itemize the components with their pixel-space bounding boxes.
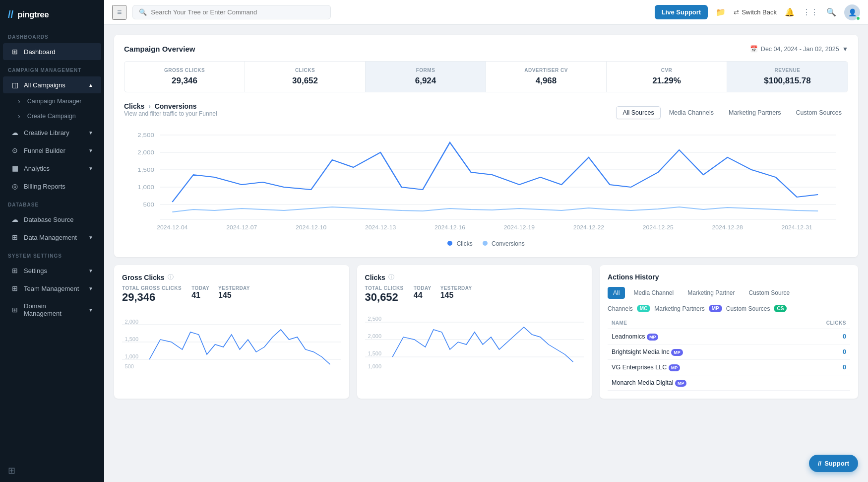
svg-text:1,000: 1,000 — [137, 184, 154, 191]
yesterday-label: YESTERDAY — [218, 285, 250, 291]
main-chart-container: 2,500 2,000 1,500 1,000 500 2024-12-04 2… — [124, 125, 848, 236]
date-range-picker[interactable]: 📅 Dec 04, 2024 - Jan 02, 2025 ▼ — [750, 45, 848, 53]
support-icon: // — [818, 460, 821, 467]
actions-table: NAME CLICKS Leadnomics MP 0 — [608, 317, 850, 391]
live-support-button[interactable]: Live Support — [655, 5, 708, 19]
sidebar-item-database-source[interactable]: ☁ Database Source — [3, 211, 101, 228]
mp-badge-small: MP — [669, 364, 681, 371]
sidebar-item-creative-library[interactable]: ☁ Creative Library ▼ — [3, 124, 101, 141]
sidebar-item-label: Creative Library — [24, 129, 69, 137]
actions-tab-marketing-partner[interactable]: Marketing Partner — [682, 287, 740, 299]
actions-tabs: All Media Channel Marketing Partner Cust… — [608, 287, 850, 299]
sidebar-item-create-campaign[interactable]: Create Campaign — [0, 109, 104, 124]
tab-all-sources[interactable]: All Sources — [616, 106, 660, 119]
channels-label: Channels — [608, 305, 633, 312]
db-source-icon: ☁ — [11, 215, 19, 223]
sidebar-item-label: Team Management — [24, 285, 79, 292]
search-icon-button[interactable]: 🔍 — [823, 4, 839, 20]
stat-gross-clicks: GROSS CLICKS 29,346 — [124, 62, 245, 92]
svg-text:2,000: 2,000 — [137, 149, 154, 156]
stat-label: REVENUE — [735, 68, 840, 73]
stat-label: CVR — [615, 68, 719, 73]
today-item: TODAY 44 — [414, 285, 432, 300]
row-clicks: 0 — [789, 360, 850, 375]
sidebar-item-label: All Campaigns — [24, 81, 65, 89]
cs-badge: CS — [774, 305, 787, 312]
sidebar-item-campaign-manager[interactable]: Campaign Manager — [0, 94, 104, 109]
today-label: TODAY — [414, 285, 432, 291]
legend-conversions: Conversions — [483, 240, 525, 247]
sidebar-item-settings[interactable]: ⊞ Settings ▼ — [3, 262, 101, 279]
legend-clicks: Clicks — [447, 240, 472, 247]
clicks-mini-title: Clicks — [365, 274, 385, 281]
sidebar: // pingtree DASHBOARDS ⊞ Dashboard CAMPA… — [0, 0, 104, 482]
sidebar-item-funnel-builder[interactable]: ⊙ Funnel Builder ▼ — [3, 142, 101, 159]
tab-custom-sources[interactable]: Custom Sources — [790, 106, 848, 119]
bell-icon-button[interactable]: 🔔 — [782, 4, 798, 20]
sidebar-item-all-campaigns[interactable]: ◫ All Campaigns ▲ — [3, 76, 101, 93]
mp-badge-small: MP — [675, 380, 687, 387]
svg-text:1,000: 1,000 — [125, 354, 139, 359]
folder-icon-button[interactable]: 📁 — [713, 4, 729, 20]
sidebar-item-billing[interactable]: ◎ Billing Reports — [3, 178, 101, 195]
mc-badge: MC — [637, 305, 651, 312]
chart-section: Clicks › Conversions View and filter tra… — [124, 102, 848, 247]
chevron-down-icon: ▼ — [88, 235, 93, 240]
sidebar-item-label: Funnel Builder — [24, 147, 65, 154]
sidebar-item-label: Database Source — [24, 216, 73, 223]
actions-tab-all[interactable]: All — [608, 287, 625, 299]
avatar-online-dot — [856, 16, 860, 20]
today-value: 44 — [414, 291, 432, 300]
sidebar-sub-label: Campaign Manager — [27, 98, 82, 105]
col-name: NAME — [608, 317, 789, 329]
search-input[interactable] — [151, 8, 324, 16]
yesterday-item: YESTERDAY 145 — [218, 285, 250, 300]
stat-value: 21.29% — [615, 76, 719, 86]
actions-tab-media-channel[interactable]: Media Channel — [628, 287, 679, 299]
chart-subtitle: View and filter traffic to your Funnel — [124, 110, 217, 117]
grid-icon-button[interactable]: ⋮⋮ — [803, 4, 818, 20]
switch-back-label: Switch Back — [742, 8, 777, 16]
sidebar-item-analytics[interactable]: ▦ Analytics ▼ — [3, 160, 101, 177]
sidebar-item-dashboard[interactable]: ⊞ Dashboard — [3, 43, 101, 60]
sidebar-bottom-icon[interactable]: ⊞ — [0, 459, 104, 482]
gross-clicks-info-icon[interactable]: ⓘ — [168, 273, 174, 281]
collapse-sidebar-button[interactable]: ≡ — [112, 5, 126, 20]
row-clicks — [789, 375, 850, 391]
actions-tab-custom-source[interactable]: Custom Source — [744, 287, 796, 299]
support-float-button[interactable]: // Support — [809, 455, 858, 472]
logo[interactable]: // pingtree — [0, 0, 104, 27]
chevron-down-icon: ▼ — [88, 268, 93, 274]
dashboard-icon: ⊞ — [11, 48, 19, 56]
sidebar-item-team[interactable]: ⊞ Team Management ▼ — [3, 280, 101, 297]
sidebar-item-label: Domain Management — [24, 302, 83, 317]
svg-text:1,500: 1,500 — [137, 167, 154, 173]
section-title-system: SYSTEM SETTINGS — [0, 246, 104, 262]
sidebar-item-domain[interactable]: ⊞ Domain Management ▼ — [3, 298, 101, 322]
avatar-initials: 👤 — [848, 8, 857, 16]
chart-legend: Clicks Conversions — [124, 240, 848, 247]
sidebar-item-data-management[interactable]: ⊞ Data Management ▼ — [3, 229, 101, 246]
svg-text:2,500: 2,500 — [137, 132, 154, 138]
user-avatar[interactable]: 👤 — [844, 4, 860, 20]
clicks-mini-info-icon[interactable]: ⓘ — [388, 273, 394, 281]
breadcrumb-separator: › — [148, 102, 151, 110]
actions-history-title: Actions History — [608, 273, 850, 281]
gross-clicks-mini-chart: 2,000 1,500 1,000 500 — [122, 310, 341, 374]
source-tabs: All Sources Media Channels Marketing Par… — [616, 106, 848, 119]
logo-icon: // — [8, 9, 13, 20]
topbar-right: Live Support 📁 ⇄ Switch Back 🔔 ⋮⋮ 🔍 👤 — [655, 4, 860, 20]
clicks-mini-numbers: TOTAL CLICKS 30,652 TODAY 44 YESTERDAY 1… — [365, 285, 584, 304]
switch-back-button[interactable]: ⇄ Switch Back — [734, 8, 777, 16]
campaign-overview-title: Campaign Overview — [124, 45, 195, 53]
table-row: Monarch Media Digital MP — [608, 375, 850, 391]
bottom-grid: Gross Clicks ⓘ TOTAL GROSS CLICKS 29,346… — [114, 265, 858, 407]
search-bar[interactable]: 🔍 — [132, 5, 331, 19]
today-label: TODAY — [191, 285, 209, 291]
svg-text:2024-12-31: 2024-12-31 — [781, 225, 812, 230]
tab-marketing-partners[interactable]: Marketing Partners — [722, 106, 788, 119]
total-value: 29,346 — [122, 291, 182, 304]
clicks-mini-header: Clicks ⓘ — [365, 273, 584, 281]
campaigns-icon: ◫ — [11, 81, 19, 89]
tab-media-channels[interactable]: Media Channels — [663, 106, 720, 119]
